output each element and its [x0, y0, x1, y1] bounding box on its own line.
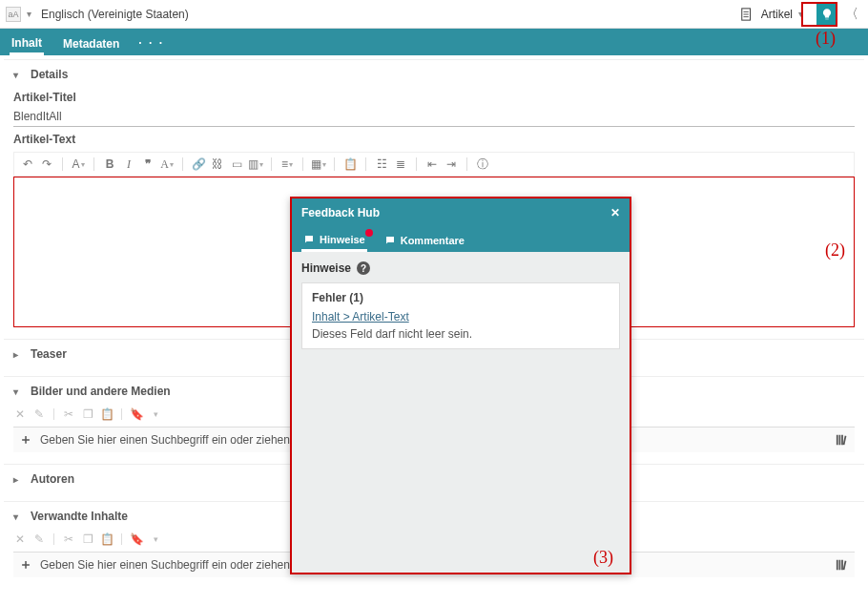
- svg-rect-7: [843, 436, 847, 446]
- article-title-label: Artikel-Titel: [13, 91, 855, 104]
- image-icon[interactable]: ▭: [229, 156, 244, 172]
- speech-bubble-icon: [384, 235, 396, 246]
- embed-dropdown[interactable]: ▥: [248, 156, 263, 172]
- chevron-right-icon: ▸: [13, 474, 27, 485]
- quote-icon[interactable]: ❞: [140, 156, 155, 172]
- panel-authors-title: Autoren: [31, 472, 74, 486]
- bold-icon[interactable]: B: [102, 156, 117, 172]
- error-card: Fehler (1) Inhalt > Artikel-Text Dieses …: [301, 282, 620, 349]
- feedback-tab-comments[interactable]: Kommentare: [382, 227, 466, 252]
- panel-teaser-title: Teaser: [31, 347, 67, 361]
- article-title-input[interactable]: [13, 107, 855, 127]
- library-icon[interactable]: [836, 433, 849, 447]
- help-icon[interactable]: ?: [357, 261, 370, 275]
- link-icon[interactable]: 🔗: [191, 156, 206, 172]
- article-text-label: Artikel-Text: [13, 133, 855, 146]
- editor-tab-bar: Inhalt Metadaten ∙ ∙ ∙: [0, 29, 868, 55]
- copy-icon[interactable]: ❐: [81, 407, 94, 421]
- dropzone-placeholder: Geben Sie hier einen Suchbegriff ein ode…: [40, 433, 324, 447]
- tab-metadata[interactable]: Metadaten: [61, 31, 121, 55]
- feedback-hub-panel: Feedback Hub ✕ Hinweise Kommentare Hinwe…: [290, 197, 631, 574]
- error-group-title: Fehler (1): [312, 291, 610, 304]
- top-bar: aA ▾ Englisch (Vereinigte Staaten) Artik…: [0, 0, 868, 29]
- cut-icon[interactable]: ✂: [62, 532, 75, 546]
- chevron-down-icon[interactable]: ▾: [149, 534, 162, 544]
- speech-warning-icon: [303, 234, 315, 245]
- svg-rect-10: [841, 560, 843, 571]
- hints-section-header: Hinweise ?: [301, 261, 620, 275]
- library-icon[interactable]: [836, 558, 849, 572]
- indent-icon[interactable]: ⇥: [444, 156, 459, 172]
- panel-details-title: Details: [31, 68, 68, 81]
- svg-rect-9: [839, 560, 841, 571]
- bookmark-icon[interactable]: 🔖: [130, 407, 143, 421]
- info-icon[interactable]: ⓘ: [475, 156, 490, 172]
- chevron-down-icon: ▾: [13, 386, 27, 397]
- feedback-hub-header: Feedback Hub ✕: [292, 198, 630, 227]
- feedback-tab-hints[interactable]: Hinweise: [301, 227, 367, 252]
- tab-content[interactable]: Inhalt: [10, 31, 44, 55]
- edit-icon[interactable]: ✎: [32, 532, 46, 546]
- paste-icon[interactable]: 📋: [100, 407, 114, 421]
- annotation-label-1: (1): [816, 29, 836, 49]
- document-type-icon: [740, 8, 754, 21]
- chevron-down-icon: ▾: [13, 70, 27, 80]
- plus-icon: ＋: [19, 556, 32, 574]
- language-chevron-icon[interactable]: ▾: [27, 9, 31, 19]
- annotation-label-3: (3): [593, 548, 613, 568]
- chevron-right-icon: ▸: [13, 349, 27, 360]
- chevron-down-icon[interactable]: ▾: [149, 409, 162, 419]
- error-path-link[interactable]: Inhalt > Artikel-Text: [312, 310, 610, 323]
- font-style-dropdown[interactable]: A: [71, 156, 86, 172]
- unlink-icon[interactable]: ⛓: [210, 156, 225, 172]
- svg-rect-8: [837, 560, 838, 571]
- undo-icon[interactable]: ↶: [20, 156, 35, 172]
- language-label: Englisch (Vereinigte Staaten): [41, 8, 189, 21]
- panel-related-title: Verwandte Inhalte: [31, 510, 128, 523]
- feedback-hub-body: Hinweise ? Fehler (1) Inhalt > Artikel-T…: [292, 252, 630, 573]
- delete-icon[interactable]: ✕: [13, 407, 27, 421]
- align-dropdown[interactable]: ≡: [279, 156, 295, 172]
- svg-rect-11: [843, 561, 847, 571]
- tab-more[interactable]: ∙ ∙ ∙: [138, 36, 164, 55]
- collapse-panel-icon[interactable]: 〈: [841, 6, 862, 23]
- annotation-highlight-1: [801, 2, 837, 27]
- dropzone-placeholder: Geben Sie hier einen Suchbegriff ein ode…: [40, 558, 324, 572]
- table-dropdown[interactable]: ▦: [311, 156, 326, 172]
- richtext-toolbar: ↶ ↷ A B I ❞ A 🔗 ⛓ ▭ ▥ ≡ ▦ 📋 ☷ ≣ ⇤ ⇥: [13, 152, 855, 177]
- copy-icon[interactable]: ❐: [81, 532, 94, 546]
- paste-icon[interactable]: 📋: [342, 156, 358, 172]
- paste-icon[interactable]: 📋: [100, 532, 114, 546]
- delete-icon[interactable]: ✕: [13, 532, 27, 546]
- close-icon[interactable]: ✕: [610, 206, 620, 219]
- outdent-icon[interactable]: ⇤: [424, 156, 440, 172]
- panel-media-title: Bilder und andere Medien: [31, 385, 171, 398]
- bookmark-icon[interactable]: 🔖: [130, 532, 143, 546]
- svg-rect-6: [841, 435, 843, 446]
- unordered-list-icon[interactable]: ≣: [393, 156, 408, 172]
- chevron-down-icon: ▾: [13, 511, 27, 522]
- panel-details-header[interactable]: ▾ Details: [13, 64, 855, 85]
- italic-icon[interactable]: I: [121, 156, 136, 172]
- feedback-hub-title: Feedback Hub: [301, 206, 380, 219]
- svg-rect-4: [837, 435, 838, 446]
- feedback-hub-tabs: Hinweise Kommentare: [292, 227, 630, 252]
- ordered-list-icon[interactable]: ☷: [374, 156, 389, 172]
- edit-icon[interactable]: ✎: [32, 407, 46, 421]
- cut-icon[interactable]: ✂: [62, 407, 75, 421]
- svg-rect-5: [839, 435, 841, 446]
- language-icon[interactable]: aA: [6, 7, 21, 22]
- format-dropdown[interactable]: A: [159, 156, 175, 172]
- annotation-label-2: (2): [825, 240, 845, 261]
- notification-dot-icon: [365, 229, 373, 237]
- redo-icon[interactable]: ↷: [39, 156, 54, 172]
- plus-icon: ＋: [19, 431, 32, 449]
- error-message: Dieses Feld darf nicht leer sein.: [312, 327, 610, 341]
- document-type-label: Artikel: [761, 8, 793, 21]
